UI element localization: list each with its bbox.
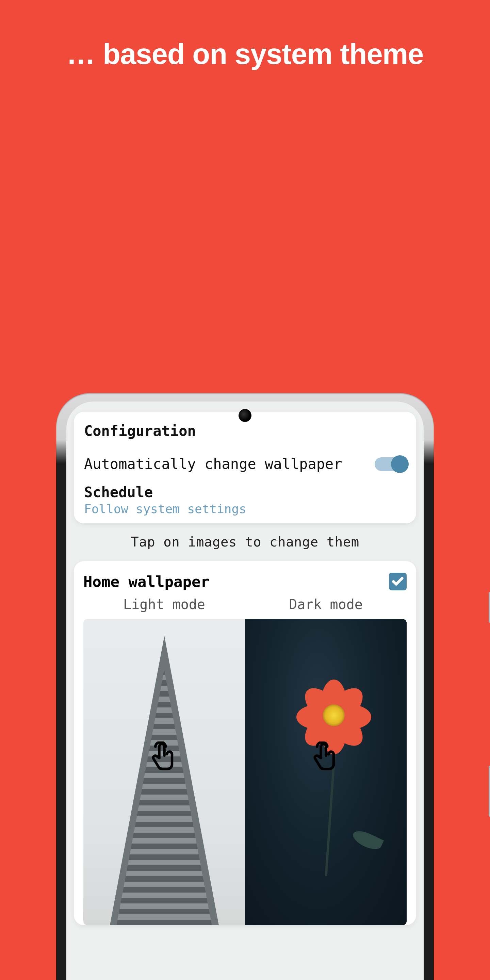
tap-hint: Tap on images to change them <box>74 534 416 550</box>
dark-wallpaper-tile[interactable] <box>245 619 407 925</box>
home-wallpaper-checkbox[interactable] <box>389 573 407 590</box>
flower-leaf-icon <box>350 827 383 853</box>
schedule-value: Follow system settings <box>84 502 406 516</box>
auto-change-toggle[interactable] <box>375 457 406 471</box>
check-icon <box>391 575 404 588</box>
phone-side-button <box>488 765 490 817</box>
configuration-card: Configuration Automatically change wallp… <box>74 412 416 523</box>
wallpaper-images <box>83 619 407 925</box>
home-wallpaper-card: Home wallpaper Light mode Dark mode <box>74 561 416 925</box>
building-illustration-icon <box>110 636 219 925</box>
toggle-knob-icon <box>391 455 409 473</box>
promo-headline: … based on system theme <box>0 0 490 71</box>
schedule-row[interactable]: Schedule Follow system settings <box>84 479 406 516</box>
flower-illustration-icon <box>305 686 363 744</box>
flower-stem-icon <box>325 754 336 876</box>
tap-icon <box>151 741 178 772</box>
auto-change-label: Automatically change wallpaper <box>84 456 342 472</box>
schedule-label: Schedule <box>84 484 406 501</box>
home-wallpaper-title: Home wallpaper <box>83 573 210 590</box>
light-mode-label: Light mode <box>83 597 245 612</box>
phone-screen: Configuration Automatically change wallp… <box>66 401 424 980</box>
light-wallpaper-tile[interactable] <box>83 619 245 925</box>
mode-labels: Light mode Dark mode <box>83 597 407 612</box>
tap-icon <box>313 741 339 772</box>
phone-frame: Configuration Automatically change wallp… <box>56 393 434 980</box>
auto-change-row[interactable]: Automatically change wallpaper <box>84 450 406 479</box>
configuration-title: Configuration <box>84 423 406 439</box>
camera-cutout-icon <box>239 409 251 422</box>
dark-mode-label: Dark mode <box>245 597 407 612</box>
phone-side-button <box>488 592 490 623</box>
